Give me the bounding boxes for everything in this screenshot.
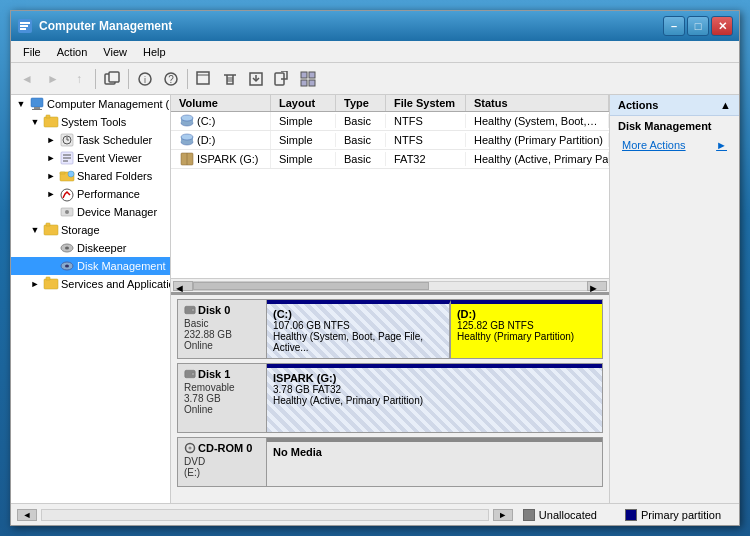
- actions-panel: Actions ▲ Disk Management More Actions ►: [609, 95, 739, 503]
- svg-rect-3: [20, 28, 26, 30]
- services-apps-icon: [43, 276, 59, 292]
- cdrom-no-media: No Media: [267, 438, 602, 486]
- col-status[interactable]: Status: [466, 95, 609, 111]
- cdrom-0-name: CD-ROM 0: [198, 442, 252, 454]
- tree-diskeeper[interactable]: ► Diskeeper: [11, 239, 170, 257]
- close-button[interactable]: ✕: [711, 16, 733, 36]
- scroll-track: [193, 281, 587, 291]
- app-icon: [17, 18, 33, 34]
- menu-action[interactable]: Action: [49, 44, 96, 60]
- tree-device-manager[interactable]: ► Device Manager: [11, 203, 170, 221]
- tree-storage[interactable]: ▼ Storage: [11, 221, 170, 239]
- system-tools-expander[interactable]: ▼: [27, 114, 43, 130]
- tree-disk-management[interactable]: ► Disk Management: [11, 257, 170, 275]
- computer-icon: [29, 96, 45, 112]
- menu-help[interactable]: Help: [135, 44, 174, 60]
- svg-point-38: [61, 189, 73, 201]
- minimize-button[interactable]: –: [663, 16, 685, 36]
- forward-button[interactable]: ►: [41, 67, 65, 91]
- left-scroll-btn[interactable]: ◄: [17, 509, 37, 521]
- storage-label: Storage: [61, 224, 100, 236]
- volume-table-area: Volume Layout Type File System Status: [171, 95, 609, 295]
- event-viewer-expander[interactable]: ►: [43, 150, 59, 166]
- row2-layout: Simple: [271, 133, 336, 147]
- table-row[interactable]: ISPARK (G:) Simple Basic FAT32 Healthy (…: [171, 150, 609, 169]
- table-row[interactable]: (C:) Simple Basic NTFS Healthy (System, …: [171, 112, 609, 131]
- svg-rect-18: [301, 72, 307, 78]
- tree-event-viewer[interactable]: ► Event Viewer: [11, 149, 170, 167]
- table-row[interactable]: (D:) Simple Basic NTFS Healthy (Primary …: [171, 131, 609, 150]
- new-window-button[interactable]: [192, 67, 216, 91]
- scroll-thumb[interactable]: [193, 282, 429, 290]
- export-icon: [248, 71, 264, 87]
- root-expander[interactable]: ▼: [13, 96, 29, 112]
- svg-rect-48: [46, 277, 50, 280]
- show-hide-button[interactable]: [100, 67, 124, 91]
- tree-services-apps[interactable]: ► Services and Applications: [11, 275, 170, 293]
- scroll-right-btn[interactable]: ►: [587, 281, 607, 291]
- col-type[interactable]: Type: [336, 95, 386, 111]
- shared-folders-expander[interactable]: ►: [43, 168, 59, 184]
- no-media-label: No Media: [273, 446, 596, 458]
- import-icon: [274, 71, 290, 87]
- disk-1-row: Disk 1 Removable 3.78 GB Online ISPARK (…: [177, 363, 603, 433]
- right-panel: Volume Layout Type File System Status: [171, 95, 609, 503]
- view-button[interactable]: [296, 67, 320, 91]
- legend-unallocated: Unallocated: [523, 509, 597, 521]
- partition-c[interactable]: (C:) 107.06 GB NTFS Healthy (System, Boo…: [267, 300, 451, 358]
- help-button[interactable]: ?: [159, 67, 183, 91]
- partition-d-name: (D:): [457, 308, 596, 320]
- actions-collapse-icon[interactable]: ▲: [720, 99, 731, 111]
- task-scheduler-expander[interactable]: ►: [43, 132, 59, 148]
- disk-0-size: 232.88 GB: [184, 329, 260, 340]
- properties-button[interactable]: i: [133, 67, 157, 91]
- partition-d[interactable]: (D:) 125.82 GB NTFS Healthy (Primary Par…: [451, 300, 602, 358]
- back-button[interactable]: ◄: [15, 67, 39, 91]
- disk-1-type: Removable: [184, 382, 260, 393]
- partition-g-status: Healthy (Active, Primary Partition): [273, 395, 596, 406]
- main-content: ▼ Computer Management (Local ▼ System To…: [11, 95, 739, 503]
- col-volume[interactable]: Volume: [171, 95, 271, 111]
- performance-icon: [59, 186, 75, 202]
- maximize-button[interactable]: □: [687, 16, 709, 36]
- row1-fs: NTFS: [386, 114, 466, 128]
- scroll-left-btn[interactable]: ◄: [173, 281, 193, 291]
- status-bar: ◄ ► Unallocated Primary partition: [11, 503, 739, 525]
- tree-root[interactable]: ▼ Computer Management (Local: [11, 95, 170, 113]
- menu-file[interactable]: File: [15, 44, 49, 60]
- disk-1-label: Disk 1 Removable 3.78 GB Online: [177, 363, 267, 433]
- export-button[interactable]: [244, 67, 268, 91]
- volume-c-icon: [179, 113, 195, 129]
- import-button[interactable]: [270, 67, 294, 91]
- col-filesystem[interactable]: File System: [386, 95, 466, 111]
- partition-c-size: 107.06 GB NTFS: [273, 320, 443, 331]
- system-tools-label: System Tools: [61, 116, 126, 128]
- services-apps-expander[interactable]: ►: [27, 276, 43, 292]
- device-manager-icon: [59, 204, 75, 220]
- tree-performance[interactable]: ► Performance: [11, 185, 170, 203]
- table-scrollbar[interactable]: ◄ ►: [171, 278, 609, 292]
- up-button[interactable]: ↑: [67, 67, 91, 91]
- tree-system-tools[interactable]: ▼ System Tools: [11, 113, 170, 131]
- svg-point-54: [181, 134, 193, 140]
- storage-expander[interactable]: ▼: [27, 222, 43, 238]
- tree-shared-folders[interactable]: ► Shared Folders: [11, 167, 170, 185]
- more-actions-button[interactable]: More Actions ►: [610, 136, 739, 154]
- tree-task-scheduler[interactable]: ► Task Scheduler: [11, 131, 170, 149]
- disk-0-label: Disk 0 Basic 232.88 GB Online: [177, 299, 267, 359]
- menu-view[interactable]: View: [95, 44, 135, 60]
- disk-0-status: Online: [184, 340, 260, 351]
- delete-button[interactable]: [218, 67, 242, 91]
- partition-g[interactable]: ISPARK (G:) 3.78 GB FAT32 Healthy (Activ…: [267, 364, 602, 432]
- right-scroll-btn[interactable]: ►: [493, 509, 513, 521]
- performance-expander[interactable]: ►: [43, 186, 59, 202]
- partition-g-size: 3.78 GB FAT32: [273, 384, 596, 395]
- row2-volume: (D:): [171, 131, 271, 149]
- row1-layout: Simple: [271, 114, 336, 128]
- title-bar: Computer Management – □ ✕: [11, 11, 739, 41]
- row1-volume: (C:): [171, 112, 271, 130]
- col-layout[interactable]: Layout: [271, 95, 336, 111]
- cdrom-0-label: CD-ROM 0 DVD (E:): [177, 437, 267, 487]
- cdrom-0-size: (E:): [184, 467, 260, 478]
- svg-rect-2: [20, 25, 28, 27]
